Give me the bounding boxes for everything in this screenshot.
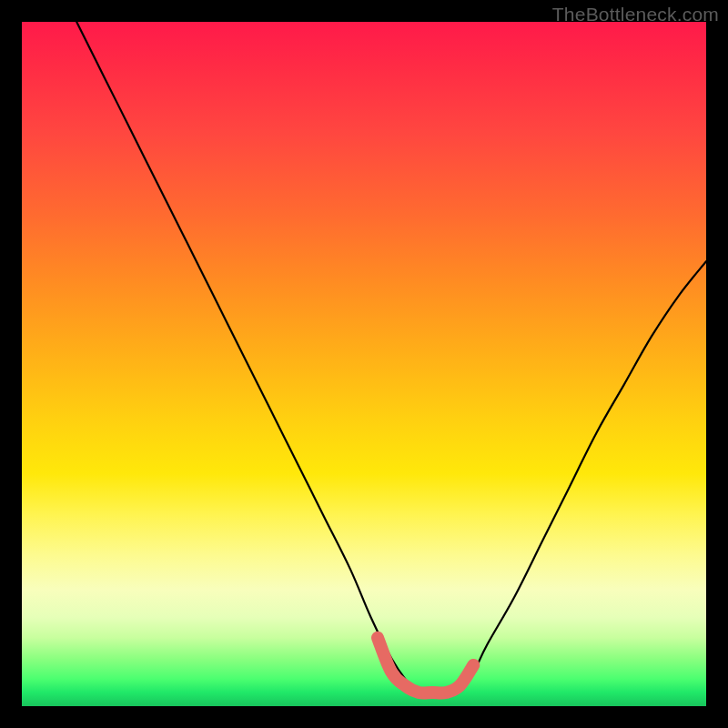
optimal-zone-path [378,638,473,693]
plot-area [22,22,706,706]
chart-frame: TheBottleneck.com [0,0,728,728]
bottleneck-curve-path [76,22,706,694]
curves-svg [22,22,706,706]
